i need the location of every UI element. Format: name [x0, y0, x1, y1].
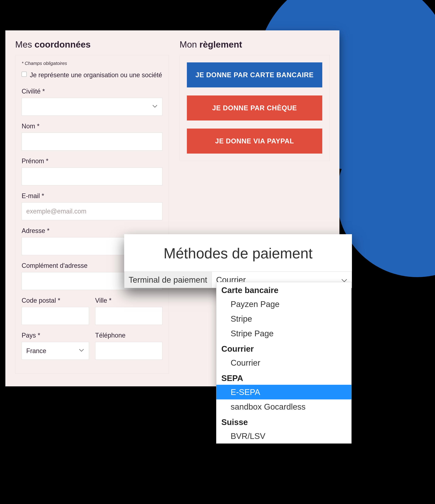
- dropdown-group: SEPA: [216, 370, 351, 385]
- city-input[interactable]: [95, 307, 163, 325]
- required-note: * Champs obligatoires: [22, 61, 162, 66]
- payment-title: Mon règlement: [180, 39, 330, 50]
- dropdown-group: Carte bancaire: [216, 282, 351, 297]
- lastname-input[interactable]: [22, 133, 162, 151]
- payment-title-light: Mon: [180, 39, 199, 50]
- city-label: Ville *: [95, 297, 163, 304]
- postal-label: Code postal *: [22, 297, 89, 304]
- phone-label: Téléphone: [95, 332, 163, 339]
- civility-label: Civilité *: [22, 88, 162, 95]
- dropdown-group: Courrier: [216, 341, 351, 355]
- dropdown-item[interactable]: sandbox Gocardless: [216, 399, 351, 414]
- details-title-bold: coordonnées: [35, 39, 91, 50]
- organisation-checkbox[interactable]: [22, 72, 27, 77]
- lastname-label: Nom *: [22, 122, 162, 130]
- firstname-label: Prénom *: [22, 157, 162, 165]
- details-title: Mes coordonnées: [15, 39, 169, 50]
- dropdown-item[interactable]: BVR/LSV: [216, 429, 351, 443]
- pay-cheque-button[interactable]: JE DONNE PAR CHÈQUE: [187, 95, 322, 120]
- country-label: Pays *: [22, 332, 89, 339]
- firstname-input[interactable]: [22, 168, 162, 185]
- address-label: Adresse *: [22, 227, 162, 234]
- payment-box: JE DONNE PAR CARTE BANCAIRE JE DONNE PAR…: [180, 55, 330, 161]
- terminal-dropdown: Carte bancairePayzen PageStripeStripe Pa…: [216, 282, 352, 444]
- email-label: E-mail *: [22, 192, 162, 200]
- email-input[interactable]: [22, 202, 162, 220]
- details-column: Mes coordonnées * Champs obligatoires Je…: [15, 39, 169, 374]
- phone-input[interactable]: [95, 342, 163, 360]
- country-select[interactable]: France: [22, 342, 89, 360]
- pay-card-button[interactable]: JE DONNE PAR CARTE BANCAIRE: [187, 63, 322, 87]
- details-title-light: Mes: [15, 39, 35, 50]
- organisation-label[interactable]: Je représente une organisation ou une so…: [30, 71, 162, 80]
- payment-methods-modal: Méthodes de paiement Terminal de paiemen…: [124, 234, 352, 288]
- postal-input[interactable]: [22, 307, 89, 325]
- terminal-label: Terminal de paiement: [124, 271, 212, 288]
- details-fieldset: * Champs obligatoires Je représente une …: [15, 55, 169, 374]
- payment-title-bold: règlement: [199, 39, 242, 50]
- dropdown-group: Suisse: [216, 414, 351, 429]
- pay-paypal-button[interactable]: JE DONNE VIA PAYPAL: [187, 128, 322, 153]
- dropdown-item[interactable]: Courrier: [216, 355, 351, 370]
- dropdown-item[interactable]: Payzen Page: [216, 297, 351, 311]
- modal-title: Méthodes de paiement: [124, 234, 352, 271]
- dropdown-item[interactable]: Stripe: [216, 311, 351, 326]
- dropdown-item[interactable]: E-SEPA: [216, 385, 351, 399]
- dropdown-item[interactable]: Stripe Page: [216, 326, 351, 341]
- civility-select[interactable]: [22, 98, 162, 116]
